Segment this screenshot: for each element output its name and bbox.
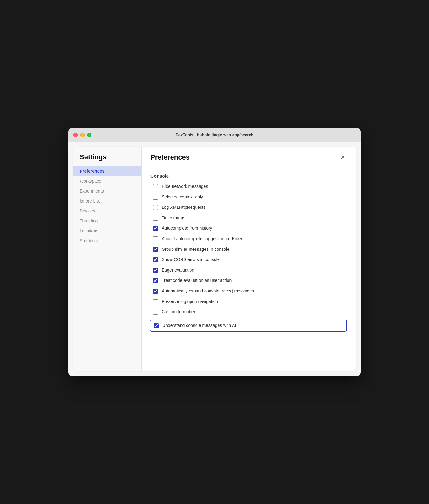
sidebar-item-experiments[interactable]: Experiments <box>73 186 141 196</box>
checkbox-log-xml-label: Log XMLHttpRequests <box>162 204 205 211</box>
sidebar-item-throttling[interactable]: Throttling <box>73 216 141 226</box>
checkbox-group-similar: Group similar messages in console <box>150 246 347 253</box>
checkbox-timestamps-input[interactable] <box>153 216 158 221</box>
checkbox-show-cors-label: Show CORS errors in console <box>162 257 220 263</box>
settings-container: Settings Preferences Workspace Experimen… <box>73 147 356 371</box>
checkbox-accept-autocomplete: Accept autocomplete suggestion on Enter <box>150 236 347 242</box>
sidebar-item-locations[interactable]: Locations <box>73 226 141 236</box>
main-content: Preferences ✕ Console Hide network messa… <box>142 147 356 371</box>
close-traffic-light[interactable] <box>73 133 78 137</box>
content-scroll[interactable]: Console Hide network messages Selected c… <box>142 167 356 371</box>
checkbox-hide-network-input[interactable] <box>153 184 158 189</box>
checkbox-eager-eval-input[interactable] <box>153 268 158 273</box>
close-button[interactable]: ✕ <box>338 153 347 162</box>
traffic-lights <box>73 133 91 137</box>
sidebar-heading: Settings <box>73 153 141 166</box>
sidebar-item-workspace[interactable]: Workspace <box>73 176 141 186</box>
sidebar-item-devices[interactable]: Devices <box>73 206 141 216</box>
sidebar-item-ignore-list[interactable]: Ignore List <box>73 196 141 206</box>
checkbox-show-cors: Show CORS errors in console <box>150 257 347 263</box>
checkbox-log-xml-input[interactable] <box>153 205 158 210</box>
minimize-traffic-light[interactable] <box>80 133 85 137</box>
checkbox-accept-autocomplete-input[interactable] <box>153 236 158 241</box>
checkbox-autocomplete-history: Autocomplete from history <box>150 225 347 231</box>
window-body: Settings Preferences Workspace Experimen… <box>68 142 361 376</box>
checkbox-understand-console-row: Understand console messages with AI <box>150 320 347 332</box>
checkbox-group-similar-label: Group similar messages in console <box>162 246 229 253</box>
sidebar-item-preferences[interactable]: Preferences <box>73 166 141 176</box>
checkbox-eager-eval: Eager evaluation <box>150 267 347 273</box>
checkbox-auto-expand-label: Automatically expand console.trace() mes… <box>162 288 254 294</box>
checkbox-hide-network-label: Hide network messages <box>162 184 208 190</box>
checkbox-autocomplete-history-input[interactable] <box>153 226 158 231</box>
checkbox-custom-formatters: Custom formatters <box>150 309 347 315</box>
checkbox-preserve-log: Preserve log upon navigation <box>150 299 347 305</box>
checkbox-selected-context: Selected context only <box>150 194 347 200</box>
checkbox-hide-network: Hide network messages <box>150 184 347 190</box>
checkbox-preserve-log-label: Preserve log upon navigation <box>162 299 218 305</box>
checkbox-auto-expand: Automatically expand console.trace() mes… <box>150 288 347 294</box>
maximize-traffic-light[interactable] <box>87 133 91 137</box>
checkbox-timestamps-label: Timestamps <box>162 215 185 221</box>
sidebar: Settings Preferences Workspace Experimen… <box>73 147 142 371</box>
checkbox-understand-console-label: Understand console messages with AI <box>162 323 236 329</box>
checkbox-treat-code: Treat code evaluation as user action <box>150 278 347 284</box>
titlebar: DevTools - bubble-jingle.web.app/search <box>68 128 361 142</box>
checkbox-preserve-log-input[interactable] <box>153 299 158 304</box>
checkbox-accept-autocomplete-label: Accept autocomplete suggestion on Enter <box>162 236 242 242</box>
checkbox-custom-formatters-label: Custom formatters <box>162 309 197 315</box>
devtools-window: DevTools - bubble-jingle.web.app/search … <box>68 128 361 376</box>
titlebar-title: DevTools - bubble-jingle.web.app/search <box>175 133 253 137</box>
checkbox-custom-formatters-input[interactable] <box>153 310 158 315</box>
sidebar-item-shortcuts[interactable]: Shortcuts <box>73 236 141 246</box>
checkbox-timestamps: Timestamps <box>150 215 347 221</box>
checkbox-auto-expand-input[interactable] <box>153 289 158 294</box>
checkbox-treat-code-label: Treat code evaluation as user action <box>162 278 232 284</box>
checkbox-treat-code-input[interactable] <box>153 278 158 283</box>
checkbox-group-similar-input[interactable] <box>153 247 158 252</box>
checkbox-selected-context-label: Selected context only <box>162 194 203 200</box>
main-header: Preferences ✕ <box>142 147 356 167</box>
checkbox-eager-eval-label: Eager evaluation <box>162 267 194 273</box>
section-title: Console <box>150 173 347 179</box>
main-title: Preferences <box>150 153 190 161</box>
checkbox-autocomplete-history-label: Autocomplete from history <box>162 225 212 231</box>
checkbox-show-cors-input[interactable] <box>153 257 158 262</box>
checkbox-selected-context-input[interactable] <box>153 195 158 200</box>
checkbox-understand-console-input[interactable] <box>154 323 159 328</box>
checkbox-log-xml: Log XMLHttpRequests <box>150 204 347 211</box>
